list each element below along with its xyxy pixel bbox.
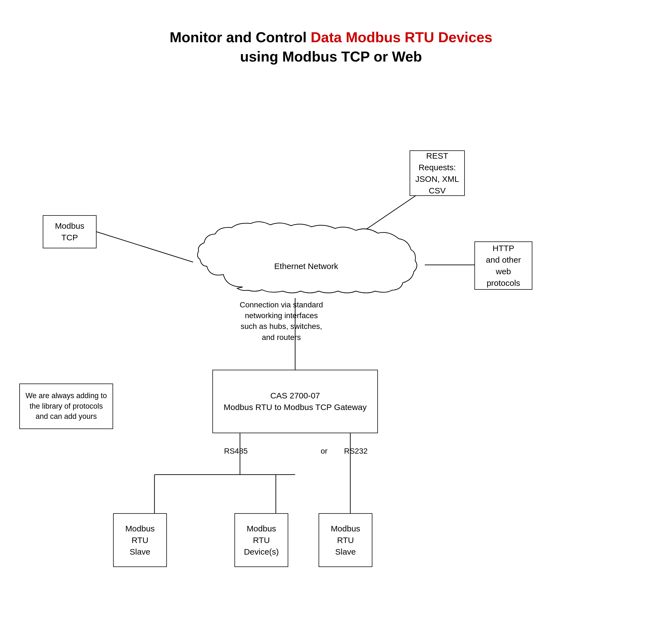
connection-label: Connection via standardnetworking interf… (229, 299, 334, 343)
rs232-label: RS232 (335, 445, 377, 456)
always-adding-box: We are always adding tothe library of pr… (19, 384, 113, 429)
svg-text:Ethernet Network: Ethernet Network (274, 261, 338, 271)
rest-box: RESTRequests:JSON, XMLCSV (410, 151, 465, 196)
slave1-label: ModbusRTUSlave (125, 523, 155, 558)
svg-line-0 (97, 232, 193, 262)
modbus-tcp-box: ModbusTCP (43, 215, 97, 248)
or-label: or (313, 445, 335, 456)
ethernet-cloud: Ethernet Network (188, 221, 425, 310)
http-box: HTTPand otherwebprotocols (474, 242, 533, 290)
slave3-box: ModbusRTUSlave (318, 513, 372, 567)
gateway-box: CAS 2700-07Modbus RTU to Modbus TCP Gate… (212, 370, 378, 433)
slave2-label: ModbusRTUDevice(s) (244, 523, 279, 558)
slave2-box: ModbusRTUDevice(s) (234, 513, 288, 567)
slave1-box: ModbusRTUSlave (113, 513, 167, 567)
always-adding-label: We are always adding tothe library of pr… (25, 391, 107, 422)
http-label: HTTPand otherwebprotocols (486, 243, 521, 289)
diagram: Monitor and Control Data Modbus RTU Devi… (0, 0, 662, 644)
gateway-label: CAS 2700-07Modbus RTU to Modbus TCP Gate… (224, 390, 367, 413)
rest-label: RESTRequests:JSON, XMLCSV (416, 150, 459, 197)
modbus-tcp-label: ModbusTCP (55, 220, 85, 244)
rs485-label: RS485 (215, 445, 257, 456)
slave3-label: ModbusRTUSlave (331, 523, 360, 558)
